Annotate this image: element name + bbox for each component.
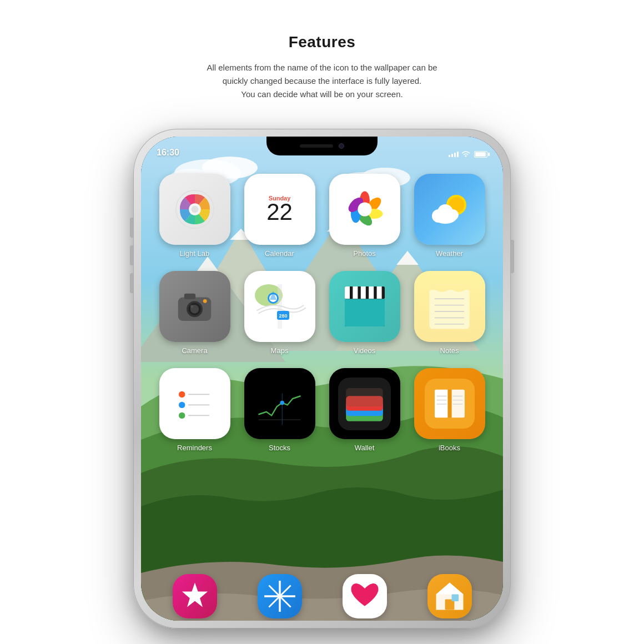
app-item-ibooks[interactable]: iBooks [407,361,492,459]
app-item-blue[interactable] [237,567,322,621]
svg-rect-92 [451,595,459,602]
svg-point-64 [179,412,185,418]
svg-point-36 [203,299,207,303]
status-icons [449,151,487,158]
app-icon-photos [329,174,400,245]
app-item-calendar[interactable]: Sunday 22 Calendar [237,167,322,264]
app-icon-pink [173,574,217,618]
app-label-calendar: Calendar [265,249,294,258]
app-icon-stocks [244,368,315,439]
svg-rect-48 [360,286,365,299]
app-icon-reminders [159,368,230,439]
phone-screen: 16:30 [141,137,503,621]
app-item-wallet[interactable]: Wallet [322,361,407,459]
app-icon-wallet [329,368,400,439]
app-icon-camera [159,271,230,342]
app-item-house[interactable] [407,567,492,621]
app-item-pink[interactable] [152,567,237,621]
app-item-notes[interactable]: Notes [407,264,492,361]
status-time: 16:30 [157,148,179,158]
notch [266,137,378,155]
svg-rect-52 [345,299,385,327]
app-icon-maps: 280 [244,271,315,342]
notch-speaker [300,144,333,148]
app-icon-lightlab [159,174,230,245]
page-subtitle: All elements from the name of the icon t… [207,61,437,101]
app-icon-videos [329,271,400,342]
phone-wrapper: 16:30 [133,129,511,628]
app-item-camera[interactable]: Camera [152,264,237,361]
app-grid: Light Lab Sunday 22 Calendar [141,167,503,459]
app-item-photos[interactable]: Photos [322,167,407,264]
app-item-reminders[interactable]: Reminders [152,361,237,459]
app-label-ibooks: iBooks [439,444,460,452]
phone-outer: 16:30 [133,129,511,628]
app-item-heart-app[interactable] [322,567,407,621]
app-label-maps: Maps [271,346,289,355]
app-icon-house [427,574,472,618]
svg-rect-31 [184,293,195,299]
phone-inner: 16:30 [141,137,503,621]
app-icon-ibooks [414,368,485,439]
svg-rect-78 [447,390,451,417]
svg-point-29 [447,209,459,220]
app-label-notes: Notes [440,346,459,355]
app-label-stocks: Stocks [269,444,290,452]
app-item-maps[interactable]: 280 Maps [237,264,322,361]
app-icon-calendar: Sunday 22 [244,174,315,245]
app-label-camera: Camera [182,346,207,355]
app-label-lightlab: Light Lab [180,249,210,258]
svg-marker-90 [436,583,463,595]
app-label-weather: Weather [436,249,463,258]
svg-point-16 [191,206,198,213]
calendar-date: 22 [266,200,293,224]
app-item-videos[interactable]: Videos [322,264,407,361]
app-label-reminders: Reminders [177,444,212,452]
svg-point-23 [358,202,371,216]
app-item-stocks[interactable]: Stocks [237,361,322,459]
svg-rect-50 [376,286,381,299]
app-label-wallet: Wallet [355,444,375,452]
app-item-lightlab[interactable]: Light Lab [152,167,237,264]
app-icon-heart-app [343,574,387,618]
battery-icon [474,151,487,158]
signal-bars [449,152,459,157]
page-title: Features [207,33,437,51]
svg-rect-74 [346,388,383,406]
svg-rect-49 [369,286,374,299]
svg-rect-53 [429,284,469,329]
svg-text:280: 280 [279,313,287,319]
page-header: Features All elements from the name of t… [207,0,437,118]
wifi-icon [461,151,470,158]
svg-point-60 [179,391,185,397]
app-icon-weather [414,174,485,245]
notch-camera [339,143,344,149]
svg-point-62 [179,401,185,407]
app-label-videos: Videos [354,346,376,355]
svg-point-35 [190,305,193,308]
calendar-inner: Sunday 22 [244,174,315,245]
svg-rect-46 [345,286,350,299]
app-icon-blue [258,574,302,618]
battery-fill [475,152,486,157]
app-icon-notes [414,271,485,342]
app-item-weather[interactable]: Weather [407,167,492,264]
svg-rect-47 [353,286,358,299]
app-label-photos: Photos [353,249,375,258]
